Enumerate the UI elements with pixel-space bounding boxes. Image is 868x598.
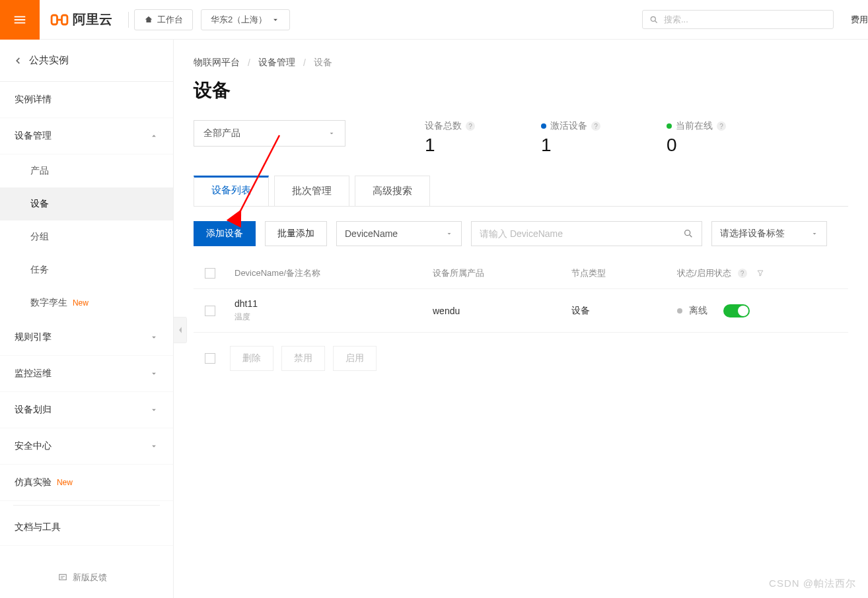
help-icon[interactable]: ?: [717, 121, 726, 131]
new-badge: New: [73, 298, 89, 308]
device-search[interactable]: [471, 221, 702, 246]
feedback-label: 新版反馈: [73, 572, 107, 583]
hamburger-icon: [13, 13, 27, 27]
svg-rect-4: [59, 574, 67, 580]
th-status: 状态/启用状态 ?: [669, 267, 848, 279]
sidebar-item-instance[interactable]: 实例详情: [0, 82, 173, 118]
chevron-down-icon: [271, 15, 280, 24]
sidebar-item-simulation[interactable]: 仿真实验 New: [0, 465, 173, 501]
sidebar-item-device-mgmt[interactable]: 设备管理: [0, 118, 173, 154]
sidebar-sub-group[interactable]: 分组: [0, 220, 173, 253]
filter-icon[interactable]: [756, 269, 764, 277]
sidebar-sub-device[interactable]: 设备: [0, 187, 173, 220]
chevron-down-icon: [328, 129, 336, 137]
region-select[interactable]: 华东2（上海）: [201, 9, 290, 30]
sidebar-item-label: 规则引擎: [15, 331, 52, 343]
sidebar-collapse-toggle[interactable]: [174, 317, 187, 343]
device-search-input[interactable]: [480, 228, 683, 239]
bulk-disable-button[interactable]: 禁用: [281, 346, 325, 371]
breadcrumb-item-current: 设备: [314, 57, 332, 69]
sidebar-item-monitoring[interactable]: 监控运维: [0, 356, 173, 392]
sidebar-item-docs[interactable]: 文档与工具: [0, 510, 173, 546]
tab-advanced-search[interactable]: 高级搜索: [355, 176, 430, 206]
stat-label: 当前在线: [676, 120, 713, 132]
sidebar-item-label: 仿真实验: [15, 477, 52, 487]
row-checkbox[interactable]: [205, 306, 215, 316]
sidebar-item-label: 文档与工具: [15, 521, 61, 533]
sidebar-sub-product[interactable]: 产品: [0, 154, 173, 187]
dot-icon: [667, 123, 672, 129]
bulk-select-checkbox[interactable]: [205, 353, 215, 364]
sidebar-item-label: 设备划归: [15, 404, 52, 416]
divider: [128, 12, 129, 28]
back-button[interactable]: 公共实例: [0, 40, 173, 82]
top-header: 阿里云 工作台 华东2（上海） 费用: [0, 0, 868, 40]
global-search[interactable]: [642, 10, 834, 29]
sidebar-item-assignment[interactable]: 设备划归: [0, 392, 173, 428]
device-note: 温度: [235, 312, 417, 323]
status-dot-icon: [677, 308, 682, 314]
svg-point-5: [685, 230, 690, 236]
svg-point-3: [651, 17, 655, 21]
add-device-button[interactable]: 添加设备: [194, 221, 256, 246]
sidebar-item-rules[interactable]: 规则引擎: [0, 319, 173, 356]
sidebar-sub-task[interactable]: 任务: [0, 253, 173, 286]
search-field-select[interactable]: DeviceName: [336, 221, 462, 246]
device-name[interactable]: dht11: [235, 298, 417, 309]
tag-select[interactable]: 请选择设备标签: [711, 221, 827, 246]
tab-batch-mgmt[interactable]: 批次管理: [274, 176, 349, 206]
chevron-down-icon: [149, 333, 159, 342]
feedback-icon: [58, 573, 67, 582]
new-badge: New: [57, 478, 73, 487]
bulk-enable-button[interactable]: 启用: [333, 346, 377, 371]
search-icon[interactable]: [683, 228, 694, 239]
breadcrumb-item[interactable]: 设备管理: [258, 57, 295, 69]
action-row: 添加设备 批量添加 DeviceName 请选择设备标签: [194, 221, 848, 246]
bulk-actions: 删除 禁用 启用: [194, 346, 848, 371]
stat-value: 1: [541, 135, 600, 156]
billing-link[interactable]: 费用: [851, 14, 868, 26]
console-button[interactable]: 工作台: [134, 9, 193, 30]
arrow-left-icon: [13, 56, 22, 65]
main-content: 物联网平台 / 设备管理 / 设备 设备 全部产品 设备总数 ? 1: [174, 40, 868, 598]
aliyun-logo-icon: [50, 11, 69, 29]
device-product: wendu: [425, 306, 563, 316]
global-search-input[interactable]: [664, 15, 826, 24]
dot-icon: [541, 123, 546, 129]
svg-rect-1: [62, 15, 67, 24]
stats-row: 全部产品 设备总数 ? 1 激活设备 ? 1: [194, 120, 848, 156]
enable-toggle[interactable]: [723, 304, 750, 317]
layout: 公共实例 实例详情 设备管理 产品 设备 分组 任务 数字孪生 New 规则引擎…: [0, 40, 868, 598]
table-row[interactable]: dht11 温度 wendu 设备 离线: [194, 289, 848, 333]
tab-device-list[interactable]: 设备列表: [194, 176, 269, 206]
svg-rect-0: [52, 15, 57, 24]
chevron-down-icon: [149, 442, 159, 451]
batch-add-button[interactable]: 批量添加: [265, 221, 327, 246]
chevron-down-icon: [149, 369, 159, 378]
chevron-left-icon: [178, 326, 183, 334]
help-icon[interactable]: ?: [738, 269, 747, 278]
stat-label: 设备总数: [425, 120, 462, 132]
th-name: DeviceName/备注名称: [227, 267, 425, 279]
chevron-down-icon: [445, 230, 453, 238]
sidebar-item-security[interactable]: 安全中心: [0, 428, 173, 465]
chevron-up-icon: [149, 131, 159, 141]
bulk-delete-button[interactable]: 删除: [230, 346, 273, 371]
sidebar-item-label: 安全中心: [15, 440, 52, 452]
select-all-checkbox[interactable]: [205, 268, 215, 279]
brand-logo[interactable]: 阿里云: [40, 11, 123, 29]
chevron-down-icon: [811, 230, 818, 238]
brand-text: 阿里云: [73, 11, 112, 28]
stat-value: 0: [667, 135, 726, 156]
help-icon[interactable]: ?: [466, 121, 475, 131]
help-icon[interactable]: ?: [591, 121, 600, 131]
product-select[interactable]: 全部产品: [194, 120, 345, 147]
device-nodetype: 设备: [563, 305, 669, 317]
stat-activated-devices: 激活设备 ? 1: [541, 120, 600, 156]
watermark: CSDN @帕法西尔: [769, 578, 856, 590]
sidebar-sub-digital-twin[interactable]: 数字孪生 New: [0, 286, 173, 319]
menu-toggle-button[interactable]: [0, 0, 40, 40]
feedback-link[interactable]: 新版反馈: [0, 565, 173, 590]
breadcrumb-item[interactable]: 物联网平台: [194, 57, 240, 69]
product-select-label: 全部产品: [203, 127, 240, 139]
